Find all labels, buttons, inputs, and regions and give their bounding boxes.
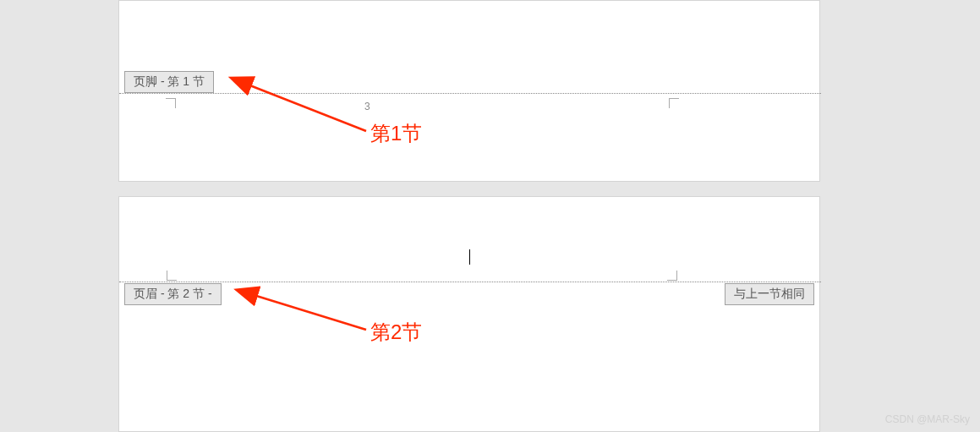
watermark: CSDN @MAR-Sky bbox=[885, 413, 970, 425]
document-page-2: 页眉 - 第 2 节 - 与上一节相同 bbox=[118, 196, 820, 432]
annotation-label-1: 第1节 bbox=[370, 120, 422, 147]
header-boundary-line bbox=[119, 282, 821, 282]
margin-mark-left bbox=[166, 98, 176, 108]
margin-mark-right bbox=[667, 271, 677, 281]
margin-mark-left bbox=[167, 271, 177, 281]
document-page-1: 页脚 - 第 1 节 3 bbox=[118, 0, 820, 182]
footer-section-tag: 页脚 - 第 1 节 bbox=[124, 71, 214, 93]
margin-mark-right bbox=[669, 98, 679, 108]
footer-boundary-line bbox=[119, 93, 821, 94]
text-cursor bbox=[469, 249, 470, 265]
page-number: 3 bbox=[364, 101, 370, 112]
annotation-label-2: 第2节 bbox=[370, 319, 422, 346]
same-as-previous-tag: 与上一节相同 bbox=[725, 283, 814, 305]
header-section-tag: 页眉 - 第 2 节 - bbox=[124, 283, 222, 305]
